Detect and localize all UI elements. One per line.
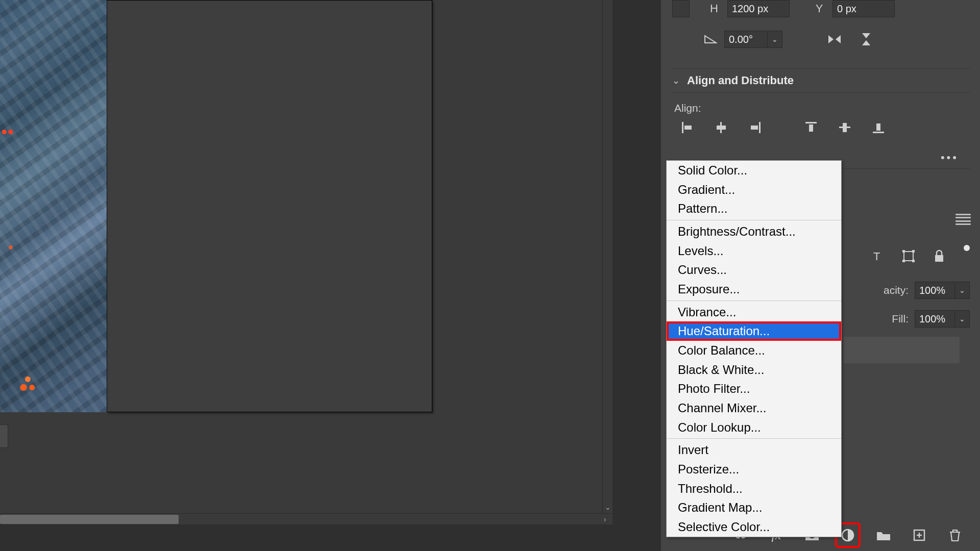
svg-rect-14 [902,250,905,253]
artboard-lock-icon[interactable] [899,248,918,264]
scroll-right-icon[interactable]: › [600,515,609,524]
chevron-down-icon: ⌄ [672,75,680,86]
layer-lock-row: T [869,248,970,264]
more-options-button[interactable]: ••• [941,151,959,164]
align-left-button[interactable] [678,119,697,136]
svg-rect-9 [843,123,847,132]
align-label: Align: [674,102,970,114]
lock-icon[interactable] [930,248,948,264]
opacity-input[interactable]: 100% [915,282,954,299]
opacity-dropdown[interactable]: ⌄ [954,282,970,299]
svg-rect-17 [912,260,915,262]
rotation-input[interactable]: 0.00° [724,31,767,48]
align-distribute-title: Align and Distribute [687,74,794,87]
svg-rect-5 [751,126,758,130]
svg-rect-16 [902,260,905,262]
height-input[interactable]: 1200 px [727,0,790,17]
align-center-v-button[interactable] [836,119,854,136]
fill-label: Fill: [892,313,909,325]
opacity-row: acity: 100% ⌄ [884,282,970,299]
canvas-area: ⌄ › [0,0,612,524]
menu-item-threshold[interactable]: Threshold... [667,479,841,498]
document-image[interactable] [0,0,107,412]
fill-row: Fill: 100% ⌄ [892,310,970,328]
menu-item-channel-mixer[interactable]: Channel Mixer... [667,398,841,418]
align-top-button[interactable] [802,119,820,136]
menu-item-gradient[interactable]: Gradient... [667,180,841,199]
adjustment-layer-menu[interactable]: Solid Color...Gradient...Pattern...Brigh… [666,160,842,537]
menu-item-solid-color[interactable]: Solid Color... [667,161,841,180]
menu-item-black-white[interactable]: Black & White... [667,360,841,380]
menu-item-selective-color[interactable]: Selective Color... [667,517,841,537]
svg-rect-13 [904,252,913,261]
opacity-label: acity: [884,284,909,296]
panel-drawer-grip-icon[interactable] [955,214,971,225]
menu-item-gradient-map[interactable]: Gradient Map... [667,498,841,517]
layer-row[interactable] [844,337,960,363]
menu-item-brightness-contrast[interactable]: Brightness/Contrast... [667,222,841,241]
y-label: Y [813,2,825,15]
menu-item-pattern[interactable]: Pattern... [667,199,841,218]
transform-angle-row: 0.00° ⌄ [672,31,970,48]
fill-dropdown[interactable]: ⌄ [954,310,970,328]
svg-rect-6 [805,122,817,123]
align-distribute-header[interactable]: ⌄ Align and Distribute [672,68,970,93]
menu-item-hue-saturation[interactable]: Hue/Saturation... [667,321,841,341]
rotation-preset-dropdown[interactable]: ⌄ [767,31,782,48]
menu-item-curves[interactable]: Curves... [667,260,841,280]
menu-item-levels[interactable]: Levels... [667,241,841,261]
flip-horizontal-button[interactable] [825,31,844,47]
reference-point-control[interactable] [672,0,690,17]
menu-item-invert[interactable]: Invert [667,440,841,460]
svg-rect-10 [873,132,884,133]
document-bounds [107,0,432,412]
align-buttons-row [672,119,970,136]
svg-rect-18 [935,255,943,262]
svg-rect-4 [759,122,761,133]
menu-item-photo-filter[interactable]: Photo Filter... [667,379,841,398]
align-right-button[interactable] [746,119,764,136]
new-layer-button[interactable] [909,524,930,546]
align-center-h-button[interactable] [712,119,730,136]
svg-rect-3 [717,126,726,130]
svg-rect-11 [876,123,880,131]
horizontal-scrollbar[interactable]: › [0,513,612,524]
vertical-scrollbar[interactable]: ⌄ [602,0,612,513]
y-input[interactable]: 0 px [832,0,895,17]
scroll-thumb[interactable] [0,515,179,524]
menu-item-vibrance[interactable]: Vibrance... [667,303,841,322]
new-group-button[interactable] [873,524,894,546]
svg-rect-1 [684,126,692,130]
lock-indicator-dot-icon [964,245,970,251]
align-bottom-button[interactable] [869,119,888,136]
svg-rect-0 [682,122,683,133]
fill-input[interactable]: 100% [915,310,954,328]
delete-layer-button[interactable] [944,524,966,546]
menu-item-color-balance[interactable]: Color Balance... [667,341,841,360]
type-tool-icon[interactable]: T [869,248,887,264]
height-label: H [708,2,720,15]
menu-item-exposure[interactable]: Exposure... [667,280,841,299]
menu-item-posterize[interactable]: Posterize... [667,460,841,479]
svg-rect-15 [912,250,915,253]
svg-text:T: T [873,250,880,263]
svg-rect-7 [809,124,813,132]
collapsed-tool-dock[interactable] [0,424,8,448]
menu-item-color-lookup[interactable]: Color Lookup... [667,418,841,437]
scroll-down-icon[interactable]: ⌄ [603,503,613,511]
transform-row: H 1200 px Y 0 px [672,0,970,17]
flip-vertical-button[interactable] [857,31,875,47]
angle-icon [704,34,717,44]
